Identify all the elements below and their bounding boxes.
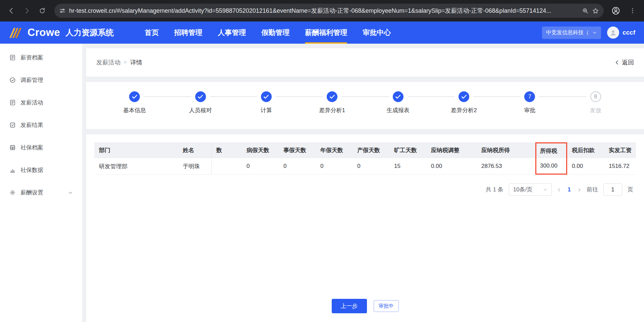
sidebar-item-salary-archive[interactable]: 薪资档案 bbox=[0, 46, 82, 69]
step-label: 人员核对 bbox=[189, 106, 212, 114]
previous-step-button[interactable]: 上一步 bbox=[332, 299, 367, 313]
step-label: 生成报表 bbox=[387, 106, 410, 114]
browser-refresh-button[interactable] bbox=[36, 4, 49, 17]
user-avatar bbox=[607, 27, 619, 39]
cell-net-pay: 1516.72 bbox=[604, 158, 636, 175]
goto-label: 前往 bbox=[587, 186, 598, 193]
sidebar-item-payroll-activity[interactable]: 发薪活动 bbox=[0, 91, 82, 114]
cell-after-tax-deduction: 0.00 bbox=[567, 158, 604, 175]
step-diff-analysis-2: 差异分析2 bbox=[431, 91, 497, 114]
current-page[interactable]: 1 bbox=[566, 186, 572, 193]
sidebar-item-label: 发薪活动 bbox=[20, 99, 73, 106]
col-net-pay: 实发工资 bbox=[604, 142, 636, 158]
step-label: 差异分析1 bbox=[319, 106, 345, 114]
approval-status-button[interactable]: 审批中 bbox=[374, 300, 399, 312]
zoom-icon[interactable] bbox=[582, 7, 589, 14]
back-label: 返回 bbox=[622, 58, 634, 66]
col-days-clipped: 数 bbox=[212, 142, 242, 158]
breadcrumb-payroll-activity[interactable]: 发薪活动 bbox=[96, 58, 120, 66]
bar-chart-icon bbox=[9, 167, 16, 173]
nav-home[interactable]: 首页 bbox=[145, 21, 159, 44]
col-after-tax-deduction: 税后扣款 bbox=[567, 142, 604, 158]
step-done-icon bbox=[459, 91, 469, 102]
grid-table-icon bbox=[9, 144, 16, 151]
cell-absence-days: 15 bbox=[389, 158, 426, 175]
sidebar-item-label: 发薪结果 bbox=[20, 121, 73, 129]
cell-department: 研发管理部 bbox=[94, 158, 178, 175]
browser-back-button[interactable] bbox=[5, 4, 18, 17]
breadcrumb: 发薪活动 > 详情 bbox=[96, 58, 142, 66]
salary-table: 部门 姓名 数 病假天数 事假天数 年假天数 产假天数 旷工天数 应纳税调整 应… bbox=[94, 142, 636, 175]
col-maternity-leave-days: 产假天数 bbox=[353, 142, 389, 158]
site-info-icon[interactable] bbox=[59, 7, 66, 14]
prev-page-icon[interactable]: ‹ bbox=[557, 186, 561, 193]
browser-profile-icon[interactable] bbox=[609, 4, 623, 17]
cell-taxable-adjustment: 0.00 bbox=[426, 158, 477, 175]
col-name: 姓名 bbox=[178, 142, 212, 158]
step-done-icon bbox=[261, 91, 272, 102]
username: cccf bbox=[623, 29, 635, 36]
breadcrumb-card: 发薪活动 > 详情 返回 bbox=[86, 48, 644, 77]
step-basic-info: 基本信息 bbox=[102, 91, 167, 114]
step-done-icon bbox=[393, 91, 404, 102]
account-menu[interactable]: cccf bbox=[607, 27, 635, 39]
crowe-logo-icon bbox=[9, 27, 23, 39]
salary-table-card: 部门 姓名 数 病假天数 事假天数 年假天数 产假天数 旷工天数 应纳税调整 应… bbox=[86, 134, 644, 322]
step-label: 计算 bbox=[261, 106, 272, 114]
sidebar: 薪资档案 调薪管理 发薪活动 发薪结果 社保档案 社保数据 薪酬设置 bbox=[0, 44, 82, 322]
page-size-value: 10条/页 bbox=[513, 186, 540, 193]
page-suffix: 页 bbox=[628, 186, 633, 193]
col-income-tax-highlighted: 所得税 bbox=[535, 142, 567, 158]
bookmark-star-icon[interactable] bbox=[592, 7, 599, 14]
step-number: 8 bbox=[590, 91, 601, 102]
col-sick-leave-days: 病假天数 bbox=[242, 142, 279, 158]
cell-days-clipped bbox=[212, 158, 242, 175]
sidebar-item-social-archive[interactable]: 社保档案 bbox=[0, 136, 82, 159]
goto-page-input[interactable] bbox=[603, 183, 622, 196]
step-number: 7 bbox=[524, 91, 535, 102]
sidebar-item-salary-settings[interactable]: 薪酬设置 bbox=[0, 181, 82, 204]
nav-approval-center[interactable]: 审批中心 bbox=[363, 21, 391, 44]
step-people-check: 人员核对 bbox=[167, 91, 233, 114]
sidebar-item-label: 社保档案 bbox=[20, 144, 73, 151]
pagination-total: 共 1 条 bbox=[486, 186, 503, 193]
cell-annual-leave-days: 0 bbox=[316, 158, 353, 175]
col-absence-days: 旷工天数 bbox=[389, 142, 426, 158]
main-content: 发薪活动 > 详情 返回 基本信息 人员核对 bbox=[82, 44, 644, 322]
wizard-actions: 上一步 审批中 bbox=[332, 299, 399, 313]
document-icon bbox=[9, 54, 16, 61]
sidebar-item-salary-adjust[interactable]: 调薪管理 bbox=[0, 69, 82, 91]
product-title: 人力资源系统 bbox=[65, 27, 114, 38]
company-select[interactable]: 中竞发信息科技（ bbox=[542, 27, 601, 39]
step-calculate: 计算 bbox=[233, 91, 299, 114]
top-navigation: 首页 招聘管理 人事管理 假勤管理 薪酬福利管理 审批中心 bbox=[145, 21, 391, 44]
sidebar-item-social-data[interactable]: 社保数据 bbox=[0, 159, 82, 181]
app-header: Crowe 人力资源系统 首页 招聘管理 人事管理 假勤管理 薪酬福利管理 审批… bbox=[0, 21, 644, 44]
adjust-icon bbox=[9, 77, 16, 83]
browser-menu-icon[interactable] bbox=[626, 4, 639, 17]
step-approval-current: 7 审批 bbox=[497, 91, 562, 114]
steps-card: 基本信息 人员核对 计算 差异分析1 生成报表 bbox=[86, 82, 644, 129]
step-diff-analysis-1: 差异分析1 bbox=[299, 91, 365, 114]
nav-attendance[interactable]: 假勤管理 bbox=[261, 21, 289, 44]
next-page-icon[interactable]: › bbox=[578, 186, 581, 193]
nav-salary-benefits[interactable]: 薪酬福利管理 bbox=[305, 21, 347, 44]
cell-taxable-income: 2876.53 bbox=[477, 158, 535, 175]
sidebar-item-payroll-result[interactable]: 发薪结果 bbox=[0, 114, 82, 136]
address-bar[interactable]: hr-test.croweit.cn/#/salaryManagement/ad… bbox=[54, 4, 604, 18]
col-department: 部门 bbox=[94, 142, 178, 158]
sidebar-item-label: 薪酬设置 bbox=[20, 189, 63, 196]
url-text[interactable]: hr-test.croweit.cn/#/salaryManagement/ad… bbox=[69, 7, 579, 15]
nav-recruiting[interactable]: 招聘管理 bbox=[174, 21, 202, 44]
cell-sick-leave-days: 0 bbox=[242, 158, 279, 175]
brand-name: Crowe bbox=[28, 27, 60, 39]
browser-forward-button[interactable] bbox=[20, 4, 34, 17]
page-size-select[interactable]: 10条/页 bbox=[509, 183, 552, 196]
result-check-icon bbox=[9, 122, 16, 128]
breadcrumb-separator-icon: > bbox=[124, 59, 127, 65]
back-button[interactable]: 返回 bbox=[614, 58, 634, 66]
nav-personnel[interactable]: 人事管理 bbox=[218, 21, 246, 44]
step-label: 基本信息 bbox=[123, 106, 146, 114]
brand-block[interactable]: Crowe 人力资源系统 bbox=[9, 27, 114, 39]
chevron-down-icon bbox=[592, 30, 597, 35]
